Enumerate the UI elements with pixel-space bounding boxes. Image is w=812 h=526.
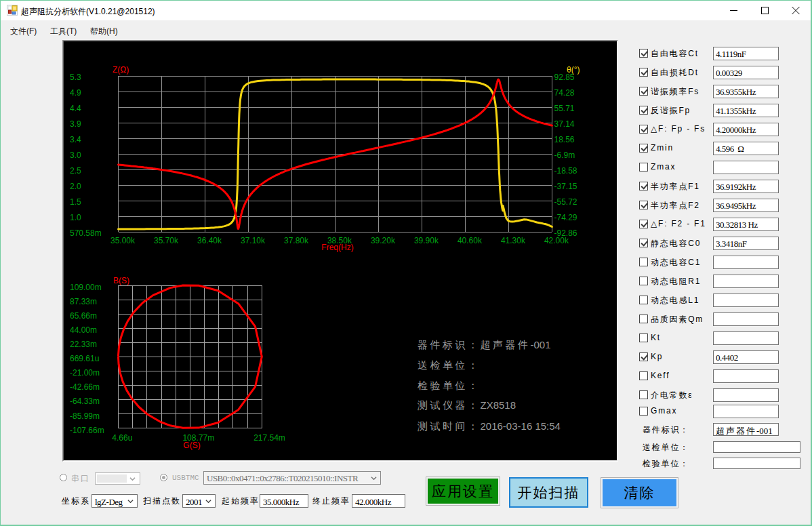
svg-text:65.66m: 65.66m [70,311,97,321]
svg-text:55.71: 55.71 [554,104,575,113]
svg-text:217.54m: 217.54m [253,433,285,443]
svg-text:θ(°): θ(°) [567,65,580,75]
svg-text:74.28: 74.28 [554,88,575,98]
svg-text:39.20k: 39.20k [371,236,396,245]
svg-text:40.60k: 40.60k [458,236,483,245]
svg-text:3.9: 3.9 [70,119,81,129]
svg-text:-74.29: -74.29 [554,213,577,222]
svg-text:测试仪器：ZX8518: 测试仪器：ZX8518 [417,399,516,411]
svg-text:检验单位：: 检验单位： [418,380,481,391]
svg-text:669.61u: 669.61u [70,354,99,363]
svg-text:570.58m: 570.58m [70,228,102,238]
svg-text:37.14: 37.14 [554,119,575,129]
svg-text:-37.15: -37.15 [554,182,577,191]
svg-text:B(S): B(S) [113,276,129,285]
svg-text:-21.00m: -21.00m [70,368,100,378]
svg-text:35.00k: 35.00k [110,236,136,245]
svg-text:22.33m: 22.33m [70,340,97,349]
svg-text:Z(Ω): Z(Ω) [113,65,129,75]
svg-text:G(S): G(S) [183,441,200,450]
svg-text:3.0: 3.0 [70,150,81,160]
svg-text:37.10k: 37.10k [241,236,266,245]
svg-text:2.5: 2.5 [70,166,81,176]
svg-text:Freq(Hz): Freq(Hz) [321,243,353,252]
svg-text:-55.72: -55.72 [554,197,577,207]
svg-text:器件标识：超声器件-001: 器件标识：超声器件-001 [418,339,551,350]
svg-text:35.70k: 35.70k [154,236,179,245]
svg-text:-107.66m: -107.66m [70,426,104,435]
svg-text:4.9: 4.9 [70,88,81,98]
svg-text:1.5: 1.5 [70,197,81,207]
svg-text:18.56: 18.56 [554,135,575,144]
svg-text:4.4: 4.4 [70,104,81,113]
svg-text:42.00k: 42.00k [544,236,569,245]
svg-text:-18.58: -18.58 [554,166,577,176]
svg-text:1.0: 1.0 [70,213,81,222]
svg-text:109.00m: 109.00m [70,283,102,292]
svg-text:-85.99m: -85.99m [70,411,100,421]
svg-text:5.3: 5.3 [70,73,81,82]
svg-text:36.40k: 36.40k [197,236,222,245]
svg-text:4.66u: 4.66u [112,433,132,443]
svg-text:-64.33m: -64.33m [70,397,100,406]
svg-text:41.30k: 41.30k [501,236,526,245]
svg-text:39.90k: 39.90k [414,236,439,245]
svg-text:2.0: 2.0 [70,182,81,191]
svg-text:-6.9m: -6.9m [554,150,575,160]
svg-text:3.4: 3.4 [70,135,81,144]
svg-text:-42.66m: -42.66m [70,382,100,392]
svg-text:测试时间：2016-03-16 15:54: 测试时间：2016-03-16 15:54 [417,420,561,432]
svg-text:37.80k: 37.80k [284,236,309,245]
svg-text:44.00m: 44.00m [70,325,97,335]
svg-text:87.33m: 87.33m [70,297,97,306]
svg-text:送检单位：: 送检单位： [418,359,481,371]
